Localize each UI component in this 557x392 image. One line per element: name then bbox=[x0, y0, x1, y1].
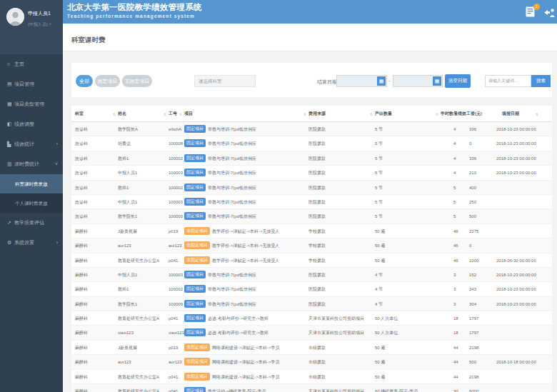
project-type-badge: 固定项目 bbox=[184, 125, 206, 133]
cell-id: 100008 bbox=[169, 136, 184, 150]
table-row[interactable]: 麻醉科教育处研究生办公室Ap041固定项目必选 考勤与评价->研究生->教师天津… bbox=[71, 311, 552, 326]
user-block[interactable]: 申报人员1 (申报人员) ˅ bbox=[0, 0, 63, 54]
cell-qty: 50 人次单位 bbox=[375, 311, 441, 325]
cell-dept: 麻醉科 bbox=[71, 341, 118, 354]
column-header-name[interactable]: 姓名⇅ bbox=[118, 106, 169, 121]
sidebar-item-teaching-quality-evaluation[interactable]: ↗教学质量评估 bbox=[0, 213, 63, 233]
sort-icon[interactable]: ⇅ bbox=[179, 106, 182, 123]
sidebar-item-project-management[interactable]: ▤项目管理 bbox=[0, 74, 63, 94]
cell-hours: 5 bbox=[441, 195, 469, 208]
cell-qty: 50 遍 bbox=[375, 224, 441, 238]
project-name: 带教与培训-7(pd低倍例应 bbox=[208, 156, 256, 161]
sidebar-item-home[interactable]: ⌂主页 bbox=[0, 54, 63, 74]
search-button[interactable]: 搜索 bbox=[531, 75, 551, 87]
filter-pill-nonfixed[interactable]: 非固定项目 bbox=[122, 75, 152, 87]
cell-date: 2018-10-23 00:00:00 bbox=[496, 122, 552, 136]
sidebar-item-course-fee-statistics[interactable]: ▥课时费统计˅ bbox=[0, 154, 63, 174]
sort-icon[interactable]: ⇅ bbox=[113, 106, 116, 123]
sort-icon[interactable]: ⇅ bbox=[370, 106, 373, 123]
filter-pill-all[interactable]: 全部 bbox=[76, 75, 93, 87]
calendar-icon[interactable]: ▦ bbox=[377, 76, 386, 86]
column-header-hours[interactable]: 学时数量⇅ bbox=[441, 106, 458, 121]
table-row[interactable]: 麻醉科教育处研究生办公室Ap041非固定项目教学评价->津贴定->本科->无接受… bbox=[71, 253, 552, 268]
sidebar-item-performance-statistics[interactable]: ▙绩效统计› bbox=[0, 134, 63, 154]
sort-icon[interactable]: ⇅ bbox=[303, 106, 306, 123]
cell-date: 2018-10-23 00:00:00 bbox=[496, 136, 552, 150]
keyword-input[interactable]: 请输入关键词... bbox=[485, 75, 531, 87]
sort-icon[interactable]: ⇅ bbox=[536, 106, 538, 123]
cell-date bbox=[496, 181, 552, 194]
department-select[interactable]: 请选择科室 bbox=[194, 75, 256, 87]
sort-icon[interactable]: ⇅ bbox=[480, 106, 483, 123]
cell-dept: 急诊科 bbox=[71, 195, 118, 208]
table-row[interactable]: 急诊科申报人员1100003固定项目带教与培训-7(pd低倍例应医院拨款5 节5… bbox=[71, 195, 552, 209]
column-header-project[interactable]: 项目⇅ bbox=[184, 106, 308, 121]
cell-dept: 急诊科 bbox=[71, 166, 118, 179]
column-header-id[interactable]: 工号⇅ bbox=[169, 106, 184, 121]
message-count-badge: 1 bbox=[533, 4, 540, 10]
cell-hours: 3 bbox=[441, 297, 469, 311]
column-header-pay[interactable]: 绩效工资(元)⇅ bbox=[458, 106, 485, 121]
sidebar-item-label: 项目管理 bbox=[14, 81, 34, 86]
column-header-source[interactable]: 费用来源⇅ bbox=[308, 106, 375, 121]
date-start-input[interactable]: ▦ bbox=[336, 75, 387, 87]
table-row[interactable]: 急诊科教学院长1100000固定项目带教与培训-7(pd低倍例应医院拨款5 节5… bbox=[71, 209, 552, 223]
table-row[interactable]: 麻醉科申报人员1100003固定项目带教与培训-7(pd低倍例应医院拨款4 节3… bbox=[71, 268, 552, 282]
cell-source: 市级拨款 bbox=[308, 370, 375, 383]
table-row[interactable]: 麻醉科J新奥视展p019非固定项目网络课程建设->津贴定->本科->学员市级拨款… bbox=[71, 341, 552, 355]
column-header-label: 费用来源 bbox=[308, 111, 326, 116]
sidebar-item-project-type-management[interactable]: ▦项目类型管理 bbox=[0, 94, 63, 114]
table-row[interactable]: 麻醉科教师1100002固定项目带教与培训-7(pd低倍例应医院拨款4 节324… bbox=[71, 282, 552, 296]
column-header-date[interactable]: 填报日期⇅ bbox=[485, 106, 541, 121]
project-type-badge: 固定项目 bbox=[184, 139, 206, 147]
cell-source: 学校拨款 bbox=[308, 253, 375, 267]
app-subtitle: Teaching performance management system bbox=[67, 14, 195, 19]
sidebar-subitem-department-course-fee[interactable]: 科室课时费发放 bbox=[0, 174, 63, 194]
sort-icon[interactable]: ⇅ bbox=[436, 106, 438, 123]
sidebar-item-label: 绩效调整 bbox=[14, 121, 34, 126]
cell-name: 教师1 bbox=[118, 151, 169, 165]
filter-pill-fixed[interactable]: 固定项目 bbox=[95, 75, 120, 87]
table-row[interactable]: 急诊科胡青达100008固定项目带教与培训-7(pd低倍例应医院拨款5 节402… bbox=[71, 136, 552, 151]
table-row[interactable]: 麻醉科xiaxi123xiaxi123固定项目必选 考勤与评价->研究生->教师… bbox=[71, 326, 552, 340]
project-type-badge: 固定项目 bbox=[184, 169, 206, 176]
logout-icon[interactable] bbox=[544, 7, 556, 17]
table-row[interactable]: 麻醉科教育处研究生办公室Ap041固定项目学生活动->继续教育-院定-学员天津市… bbox=[71, 384, 552, 392]
table-row[interactable]: 麻醉科aur123aur123非固定项目网络课程建设->津贴定->本科->学员市… bbox=[71, 355, 552, 369]
sidebar-subitem-personal-course-fee[interactable]: 个人课时费发放 bbox=[0, 194, 63, 213]
cell-dept: 急诊科 bbox=[71, 209, 118, 223]
column-header-label: 项目 bbox=[184, 111, 193, 116]
column-header-dept[interactable]: 科室⇅ bbox=[71, 106, 118, 121]
cell-project: 固定项目带教与培训-7(pd低倍例应 bbox=[184, 268, 308, 281]
sidebar-item-performance-adjustment[interactable]: ◧绩效调整 bbox=[0, 114, 63, 134]
cell-id: 100002 bbox=[169, 181, 184, 194]
cell-pay: 6000 bbox=[469, 384, 496, 392]
project-type-badge: 固定项目 bbox=[184, 300, 206, 308]
clear-date-button[interactable]: 清空日期 bbox=[445, 74, 471, 88]
table-row[interactable]: 麻醉科教育处研究生办公室Ap041非固定项目网络课程建设->津贴定->本科->学… bbox=[71, 370, 552, 384]
user-role[interactable]: (申报人员) ˅ bbox=[28, 21, 51, 28]
sidebar-item-system-settings[interactable]: ⚙系统设置› bbox=[0, 233, 63, 253]
sort-icon[interactable]: ⇅ bbox=[453, 106, 456, 123]
column-header-qty[interactable]: 产出数量⇅ bbox=[375, 106, 441, 121]
table-row[interactable]: 麻醉科教学院长1100009固定项目带教与培训-7(pd低倍例应医院拨款4 节3… bbox=[71, 297, 552, 311]
table-row[interactable]: 麻醉科J新奥视展p019非固定项目教学评价->津贴定->本科->无接受人学校拨款… bbox=[71, 224, 552, 238]
calendar-icon[interactable]: ▦ bbox=[433, 76, 441, 86]
table-row[interactable]: 急诊科教学院长AeihchA固定项目带教与培训-7(pd低倍例应医院拨款5 节4… bbox=[71, 122, 552, 136]
project-type-badge: 固定项目 bbox=[184, 212, 206, 220]
cell-name: 教师1 bbox=[118, 181, 169, 194]
table-row[interactable]: 麻醉科aur123aur123非固定项目教学评价->津贴定->本科->无接受人学… bbox=[71, 238, 552, 253]
cell-project: 固定项目学生活动->继续教育-院定-学员 bbox=[184, 384, 308, 392]
table-row[interactable]: 急诊科教师1100002固定项目带教与培训-7(pd低倍例应医院拨款5 节540… bbox=[71, 181, 552, 195]
cell-pay: 1797 bbox=[469, 326, 496, 339]
cell-qty: 5 节 bbox=[375, 136, 441, 150]
cell-qty: 4 节 bbox=[375, 268, 441, 281]
table-row[interactable]: 急诊科申报人员1100003固定项目带教与培训-7(pd低倍例应医院拨款5 节4… bbox=[71, 166, 552, 180]
cell-dept: 急诊科 bbox=[71, 136, 118, 150]
cell-date: 2018-10-18 00:00:00 bbox=[496, 355, 552, 368]
date-end-input[interactable]: ▦ bbox=[393, 75, 443, 87]
table-row[interactable]: 急诊科教师1100002固定项目带教与培训-7(pd低倍例应医院拨款5 节433… bbox=[71, 151, 552, 166]
messages-icon[interactable]: 1 bbox=[526, 6, 537, 18]
cell-hours: 30 bbox=[441, 384, 469, 392]
sort-icon[interactable]: ⇅ bbox=[164, 106, 166, 123]
